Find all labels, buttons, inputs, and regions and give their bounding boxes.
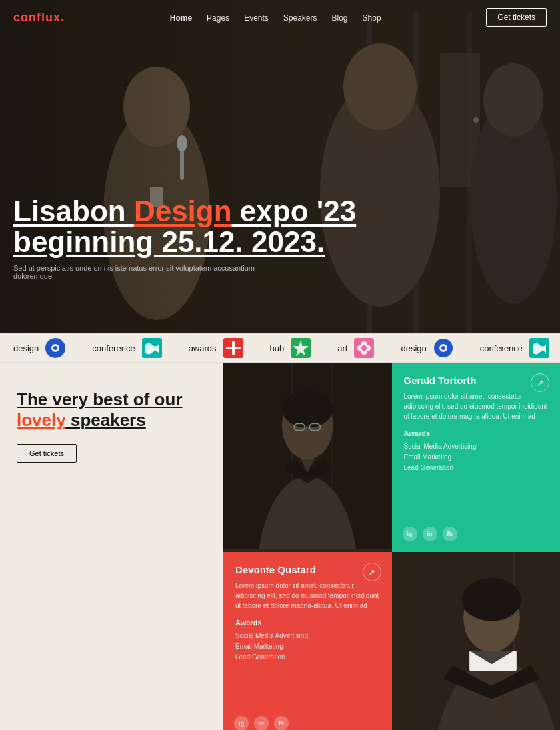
speaker-gerald-desc: Lorem ipsum dolor sit amet, consectetur … [404,391,549,421]
speaker-devonte-socials: ig in fb [234,716,289,730]
svg-point-51 [463,591,489,615]
ticker-bar: design conference awards [0,333,560,363]
ticker-item-art: art [324,338,387,358]
hero-title: Lisabon Design expo '23 beginning 25.12.… [13,196,356,257]
ticker-icon-teal2 [529,338,549,358]
ticker-icon-circle-blue2 [433,338,453,358]
ticker-item-design2: design [387,338,466,358]
speakers-section: The very best of our lovely speakers Get… [0,363,560,730]
speaker-gerald-arrow[interactable]: ↗ [531,373,549,392]
ticker-label: art [337,343,347,353]
hero-image [0,0,560,333]
ticker-item-design1: design [0,338,79,358]
devonte-social-ig[interactable]: ig [234,716,249,730]
speakers-left-panel: The very best of our lovely speakers Get… [0,363,223,730]
ticker-icon-green [291,338,311,358]
nav-pages[interactable]: Pages [207,13,229,23]
speakers-heading-line1: The very best of our [17,389,183,409]
speaker-gerald-award-3: Lead Generation [404,463,549,473]
ticker-label: design [401,343,426,353]
speaker-gerald-awards-label: Awards [404,429,549,437]
speakers-heading-rest: speakers [66,410,146,430]
nav-home[interactable]: Home [170,13,192,23]
ticker-label: design [13,343,39,353]
hero-subtitle: Sed ut perspiciatis unde omnis iste natu… [13,264,280,280]
ticker-item-hub: hub [257,338,325,358]
svg-point-31 [361,345,367,351]
svg-point-6 [473,117,479,123]
speaker-gerald-socials: ig in fb [403,527,457,541]
ticker-label: hub [270,343,285,353]
devonte-social-in[interactable]: in [254,716,269,730]
speaker-devonte-desc: Lorem ipsum dolor sit amet, consectetur … [235,581,380,611]
nav-speakers[interactable]: Speakers [283,13,317,23]
speaker-devonte-award-2: Email Marketing [235,641,380,652]
ticker-label: conference [92,343,135,353]
logo-text: conflux. [13,11,65,24]
gerald-social-ig[interactable]: ig [403,527,417,541]
speaker-devonte-award-1: Social Media Advertising [235,631,380,641]
speakers-heading-accent: lovely [17,410,66,430]
ticker-icon-pink [354,338,374,358]
devonte-social-fb[interactable]: fb [274,716,289,730]
speaker-gerald-award-2: Email Marketing [404,452,549,463]
speaker-devonte-arrow[interactable]: ↗ [363,563,381,581]
nav-events[interactable]: Events [244,13,269,23]
svg-rect-16 [0,0,280,333]
svg-point-52 [494,591,518,612]
speaker-devonte-award-3: Lead Generation [235,652,380,663]
svg-point-13 [343,43,417,130]
gerald-social-fb[interactable]: fb [443,527,457,541]
hero-title-part2: expo '23 [232,195,357,227]
svg-rect-23 [226,347,241,349]
speaker-gerald-photo [223,363,392,552]
ticker-item-awards: awards [175,338,257,358]
ticker-icon-teal [142,338,162,358]
nav-shop[interactable]: Shop [363,13,381,23]
ticker-item-conference2: conference [467,338,560,358]
hero-content: Lisabon Design expo '23 beginning 25.12.… [13,196,356,280]
gerald-social-in[interactable]: in [423,527,437,541]
nav-menu: Home Pages Events Speakers Blog Shop [170,11,381,23]
hero-title-accent: Design [134,195,232,227]
speaker-devonte-awards-label: Awards [235,619,380,627]
hero-title-part1: Lisabon [13,195,134,227]
speaker-gerald-info: ↗ Gerald Tortorth Lorem ipsum dolor sit … [392,363,561,552]
navbar-cta-button[interactable]: Get tickets [486,8,547,27]
get-tickets-button[interactable]: Get tickets [17,444,77,463]
svg-point-34 [441,346,445,350]
speaker-devonte-name: Devonte Qustard [235,564,380,575]
speakers-heading: The very best of our lovely speakers [17,389,207,431]
speakers-grid: ↗ Gerald Tortorth Lorem ipsum dolor sit … [223,363,560,730]
navbar: conflux. Home Pages Events Speakers Blog… [0,0,560,35]
ticker-label: awards [189,343,217,353]
hero-section: Lisabon Design expo '23 beginning 25.12.… [0,0,560,333]
ticker-item-conference1: conference [79,338,175,358]
nav-blog[interactable]: Blog [332,13,348,23]
speaker-gerald-award-1: Social Media Advertising [404,441,549,452]
speaker-devonte-info: ↗ Devonte Qustard Lorem ipsum dolor sit … [223,552,392,730]
ticker-icon-red [223,338,243,358]
ticker-label: conference [480,343,523,353]
logo[interactable]: conflux. [13,11,65,25]
speaker-second-photo [392,552,561,730]
svg-point-19 [53,346,57,350]
ticker-inner: design conference awards [0,338,560,358]
speaker-gerald-name: Gerald Tortorth [404,375,549,386]
ticker-icon-circle-blue [45,338,65,358]
hero-title-line2: beginning 25.12. 2023. [13,225,325,258]
svg-point-41 [282,390,333,428]
svg-point-15 [483,63,543,137]
